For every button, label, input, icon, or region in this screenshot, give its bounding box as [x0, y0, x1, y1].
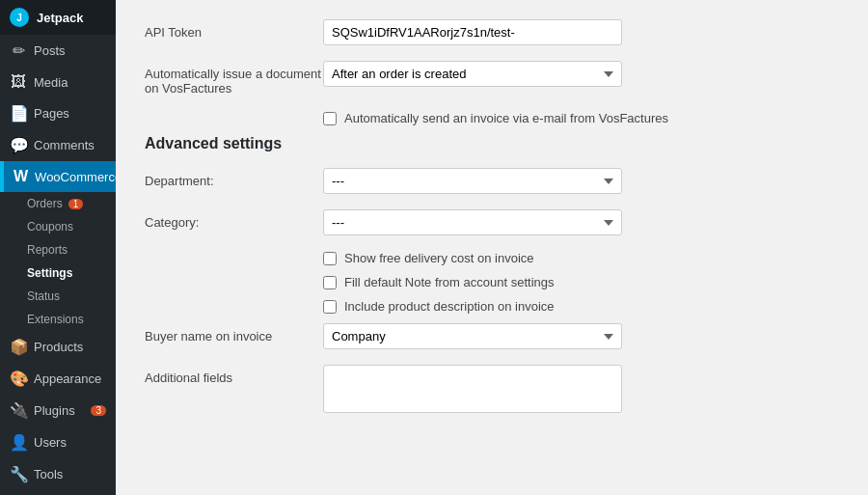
sidebar-item-label: Users [34, 435, 67, 450]
status-label: Status [27, 289, 60, 303]
pages-icon: 📄 [10, 104, 27, 123]
department-label: Department: [145, 168, 323, 188]
sidebar-sub-reports[interactable]: Reports [0, 238, 116, 261]
include-product-desc-row: Include product description on invoice [323, 299, 839, 314]
woocommerce-icon: W [14, 168, 28, 185]
category-select[interactable]: --- [323, 209, 622, 235]
fill-note-checkbox[interactable] [323, 276, 337, 289]
tools-icon: 🔧 [10, 465, 27, 483]
appearance-icon: 🎨 [10, 370, 27, 388]
jetpack-icon: J [10, 8, 29, 27]
users-icon: 👤 [10, 433, 27, 452]
buyer-name-field: Company Name Full name [323, 323, 839, 349]
orders-badge: 1 [68, 199, 84, 209]
sidebar-item-label: Posts [34, 43, 66, 58]
reports-label: Reports [27, 243, 68, 257]
sidebar-sub-status[interactable]: Status [0, 285, 116, 308]
sidebar-item-label: WooCommerce [35, 170, 116, 184]
category-row: Category: --- [145, 209, 839, 235]
sidebar-logo[interactable]: J Jetpack [0, 0, 116, 35]
sidebar-item-label: Products [34, 340, 83, 354]
extensions-label: Extensions [27, 313, 84, 326]
advanced-settings-title: Advanced settings [145, 135, 839, 152]
buyer-name-label: Buyer name on invoice [145, 323, 323, 344]
api-token-input[interactable] [323, 19, 622, 45]
sidebar-item-posts[interactable]: ✏ Posts [0, 35, 116, 67]
category-field: --- [323, 209, 839, 235]
sidebar-item-tools[interactable]: 🔧 Tools [0, 458, 116, 490]
api-token-field [323, 19, 839, 45]
sidebar-item-appearance[interactable]: 🎨 Appearance [0, 363, 116, 395]
main-content: API Token Automatically issue a document… [116, 0, 868, 495]
plugins-icon: 🔌 [10, 401, 27, 420]
api-token-row: API Token [145, 19, 839, 45]
free-delivery-label: Show free delivery cost on invoice [344, 251, 534, 265]
sidebar-item-label: Media [34, 75, 68, 90]
posts-icon: ✏ [10, 41, 27, 60]
include-product-desc-label: Include product description on invoice [344, 299, 555, 314]
include-product-desc-checkbox[interactable] [323, 300, 337, 314]
sidebar-sub-settings[interactable]: Settings [0, 261, 116, 285]
sidebar: J Jetpack ✏ Posts 🖼 Media 📄 Pages 💬 Comm… [0, 0, 116, 495]
sidebar-item-users[interactable]: 👤 Users [0, 426, 116, 458]
sidebar-item-label: Comments [34, 138, 95, 152]
sidebar-item-label: Tools [34, 467, 63, 481]
settings-label: Settings [27, 266, 72, 280]
department-select[interactable]: --- [323, 168, 622, 194]
api-token-label: API Token [145, 19, 323, 40]
media-icon: 🖼 [10, 73, 27, 91]
auto-issue-row: Automatically issue a document on VosFac… [145, 61, 839, 96]
auto-issue-field: After an order is created After order is… [323, 61, 839, 87]
sidebar-sub-extensions[interactable]: Extensions [0, 308, 116, 331]
category-label: Category: [145, 209, 323, 230]
auto-send-checkbox[interactable] [323, 112, 337, 125]
orders-label: Orders [27, 197, 63, 210]
sidebar-item-media[interactable]: 🖼 Media [0, 67, 116, 97]
free-delivery-checkbox[interactable] [323, 252, 337, 265]
sidebar-item-products[interactable]: 📦 Products [0, 331, 116, 363]
auto-issue-label: Automatically issue a document on VosFac… [145, 61, 323, 96]
fill-note-label: Fill default Note from account settings [344, 275, 555, 289]
products-icon: 📦 [10, 338, 27, 356]
department-row: Department: --- [145, 168, 839, 194]
sidebar-item-label: Plugins [34, 403, 75, 418]
sidebar-sub-orders[interactable]: Orders 1 [0, 192, 116, 215]
sidebar-logo-label: Jetpack [37, 11, 83, 25]
sidebar-item-label: Pages [34, 106, 69, 121]
department-field: --- [323, 168, 839, 194]
fill-note-row: Fill default Note from account settings [323, 275, 839, 289]
sidebar-item-woocommerce[interactable]: W WooCommerce [0, 161, 116, 192]
sidebar-item-comments[interactable]: 💬 Comments [0, 129, 116, 161]
auto-send-label: Automatically send an invoice via e-mail… [344, 111, 668, 125]
coupons-label: Coupons [27, 220, 73, 234]
buyer-name-row: Buyer name on invoice Company Name Full … [145, 323, 839, 349]
additional-fields-row: Additional fields [145, 365, 839, 413]
sidebar-item-settings[interactable]: ⚙ Settings [0, 490, 116, 495]
sidebar-item-plugins[interactable]: 🔌 Plugins 3 [0, 395, 116, 426]
comments-icon: 💬 [10, 136, 27, 154]
sidebar-sub-coupons[interactable]: Coupons [0, 215, 116, 238]
sidebar-item-label: Appearance [34, 371, 101, 386]
auto-send-row: Automatically send an invoice via e-mail… [323, 111, 839, 125]
free-delivery-row: Show free delivery cost on invoice [323, 251, 839, 265]
additional-fields-box [323, 365, 622, 413]
buyer-name-select[interactable]: Company Name Full name [323, 323, 622, 349]
plugins-badge: 3 [91, 405, 106, 416]
additional-fields-label: Additional fields [145, 365, 323, 385]
auto-issue-select[interactable]: After an order is created After order is… [323, 61, 622, 87]
sidebar-item-pages[interactable]: 📄 Pages [0, 97, 116, 129]
additional-fields-field [323, 365, 839, 413]
